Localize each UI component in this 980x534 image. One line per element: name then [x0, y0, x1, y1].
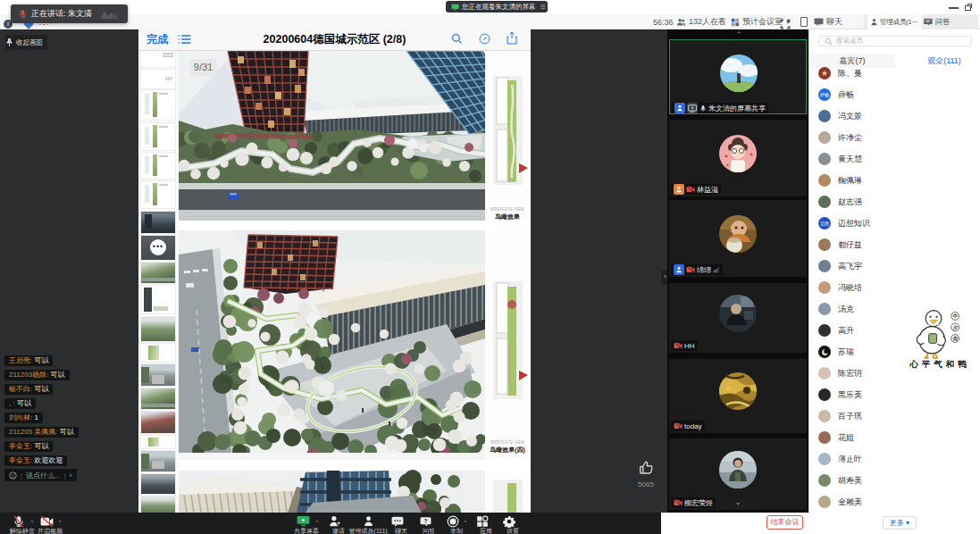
svg-text:夕: 夕 — [951, 325, 958, 330]
svg-text:鸟瞰效果: 鸟瞰效果 — [494, 213, 520, 221]
svg-text:鸟瞰效果(四): 鸟瞰效果(四) — [489, 446, 525, 454]
svg-text:?: ? — [423, 517, 427, 523]
svg-text:中: 中 — [952, 313, 958, 319]
svg-text:BIRD'S EYE VIEW: BIRD'S EYE VIEW — [490, 440, 524, 445]
svg-text:齿: 齿 — [952, 336, 958, 341]
svg-text:BIRD'S EYE VIEW: BIRD'S EYE VIEW — [490, 207, 524, 212]
